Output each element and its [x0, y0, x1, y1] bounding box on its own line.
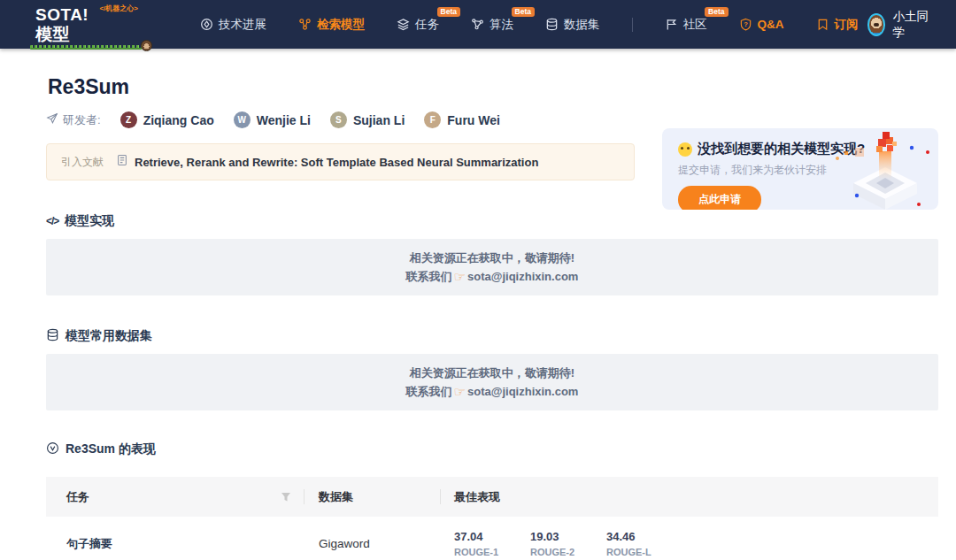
metric-name: ROUGE-1	[454, 547, 530, 557]
developer-name: Wenjie Li	[257, 113, 311, 127]
apply-button[interactable]: 点此申请	[678, 186, 761, 210]
smiley-icon	[678, 142, 692, 157]
nav-divider	[632, 18, 633, 32]
avatar: F	[424, 111, 441, 128]
metric-value: 37.04	[454, 530, 530, 543]
pointing-hand-icon: ☞	[454, 382, 466, 401]
developer-chip[interactable]: S Sujian Li	[330, 111, 405, 128]
developers-label: 研发者:	[63, 112, 101, 128]
nav-item-label: 数据集	[564, 17, 600, 33]
developer-name: Ziqiang Cao	[143, 113, 214, 127]
citation-box: 引入文献 Retrieve, Rerank and Rewrite: Soft …	[46, 143, 635, 180]
pointing-hand-icon: ☞	[454, 267, 466, 286]
contact-label: 联系我们	[406, 267, 452, 286]
section-datasets: 模型常用数据集	[46, 328, 956, 344]
developer-chip[interactable]: Z Ziqiang Cao	[120, 111, 214, 128]
nav-item-label: 社区	[683, 17, 707, 33]
datasets-placeholder: 相关资源正在获取中，敬请期待! 联系我们 ☞ sota@jiqizhixin.c…	[46, 354, 938, 410]
nav-item-subscribe[interactable]: 订阅	[816, 17, 859, 33]
nav-item-community[interactable]: 社区 Beta	[665, 17, 707, 33]
database-icon	[46, 328, 59, 344]
column-divider	[304, 489, 305, 504]
avatar: W	[234, 111, 251, 128]
column-header-task: 任务	[46, 489, 304, 505]
metrics-cell: 37.04 ROUGE-1 19.03 ROUGE-2 34.46 ROUGE-…	[440, 530, 938, 557]
developer-name: Sujian Li	[353, 113, 405, 127]
medal-icon	[46, 441, 59, 457]
metric-value: 19.03	[530, 530, 606, 543]
logo-grass-decoration	[30, 45, 142, 50]
metric: 19.03 ROUGE-2	[530, 530, 606, 557]
nav-item-algorithms[interactable]: 算法 Beta	[471, 17, 513, 33]
compass-icon	[200, 18, 213, 31]
table-header: 任务 数据集 最佳表现	[46, 477, 938, 517]
performance-table: 任务 数据集 最佳表现 句子摘要 Gigaword 37.04 ROUGE-1 …	[46, 477, 938, 560]
paper-plane-icon	[46, 112, 58, 127]
section-implementations: </> 模型实现	[46, 213, 956, 229]
nav-item-label: Q&A	[758, 18, 784, 31]
beta-badge: Beta	[705, 7, 728, 18]
nav-item-label: 检索模型	[317, 17, 365, 33]
metric-name: ROUGE-L	[606, 547, 682, 557]
nav-item-qa[interactable]: ? Q&A	[739, 18, 784, 31]
developer-name: Furu Wei	[447, 113, 500, 127]
user-menu[interactable]: 小土同学	[867, 9, 930, 41]
avatar: Z	[120, 111, 137, 128]
citation-title: Retrieve, Rerank and Rewrite: Soft Templ…	[135, 156, 538, 169]
top-navbar: SOTA!模型 </机器之心> 技术进展 检索模型 任务 Beta 算法 Bet…	[0, 0, 956, 49]
username: 小土同学	[892, 9, 929, 41]
nav-item-label: 订阅	[835, 17, 859, 33]
database-icon	[545, 18, 559, 31]
nav-item-label: 任务	[415, 17, 439, 33]
section-title: Re3Sum 的表现	[66, 441, 156, 457]
user-avatar	[867, 13, 886, 36]
column-divider	[440, 489, 441, 504]
section-title: 模型常用数据集	[66, 328, 152, 344]
contact-email-link[interactable]: sota@jiqizhixin.com	[467, 267, 578, 286]
nodes-icon	[298, 18, 312, 31]
beta-badge: Beta	[512, 7, 535, 18]
section-title: 模型实现	[65, 213, 114, 229]
page-title: Re3Sum	[48, 75, 956, 99]
code-icon: </>	[46, 215, 58, 227]
metric-name: ROUGE-2	[530, 547, 606, 557]
developer-chip[interactable]: W Wenjie Li	[234, 111, 311, 128]
placeholder-line1: 相关资源正在获取中，敬请期待!	[410, 364, 574, 382]
page-content: Re3Sum 研发者: Z Ziqiang Cao W Wenjie Li S …	[0, 75, 956, 560]
filter-icon[interactable]	[281, 492, 291, 502]
nav-item-progress[interactable]: 技术进展	[200, 17, 266, 33]
nav-item-tasks[interactable]: 任务 Beta	[397, 17, 439, 33]
nav-item-datasets[interactable]: 数据集	[545, 17, 600, 33]
avatar: S	[330, 111, 347, 128]
developers-label-wrap: 研发者:	[46, 112, 101, 128]
column-header-label: 任务	[66, 489, 89, 505]
metric: 37.04 ROUGE-1	[454, 530, 530, 557]
contact-label: 联系我们	[406, 382, 452, 401]
section-performance: Re3Sum 的表现	[46, 441, 956, 457]
layers-icon	[397, 18, 410, 31]
bookmark-icon	[816, 18, 829, 31]
contact-email-link[interactable]: sota@jiqizhixin.com	[467, 382, 578, 401]
dataset-cell: Gigaword	[304, 537, 440, 550]
citation-paper-link[interactable]: Retrieve, Rerank and Rewrite: Soft Templ…	[116, 154, 538, 170]
logo-jiqizhixin-tag: </机器之心>	[99, 4, 138, 13]
nav-item-label: 技术进展	[219, 17, 266, 33]
svg-text:?: ?	[744, 20, 748, 28]
beta-badge: Beta	[437, 7, 460, 18]
implementations-placeholder: 相关资源正在获取中，敬请期待! 联系我们 ☞ sota@jiqizhixin.c…	[46, 239, 938, 295]
placeholder-line2: 联系我们 ☞ sota@jiqizhixin.com	[406, 267, 579, 286]
task-cell[interactable]: 句子摘要	[46, 536, 304, 552]
sota-logo[interactable]: SOTA!模型 </机器之心>	[35, 5, 138, 44]
shield-question-icon: ?	[739, 18, 752, 31]
column-header-dataset: 数据集	[304, 489, 440, 505]
molecule-icon	[471, 18, 484, 31]
developers-row: 研发者: Z Ziqiang Cao W Wenjie Li S Sujian …	[46, 111, 956, 128]
nav-item-search-models[interactable]: 检索模型	[298, 17, 365, 33]
document-icon	[116, 154, 128, 170]
cubes-illustration	[830, 128, 937, 210]
column-header-best: 最佳表现	[440, 489, 938, 505]
developer-chip[interactable]: F Furu Wei	[424, 111, 500, 128]
flag-icon	[665, 18, 678, 31]
nav-item-label: 算法	[490, 17, 513, 33]
table-row[interactable]: 句子摘要 Gigaword 37.04 ROUGE-1 19.03 ROUGE-…	[46, 517, 938, 560]
